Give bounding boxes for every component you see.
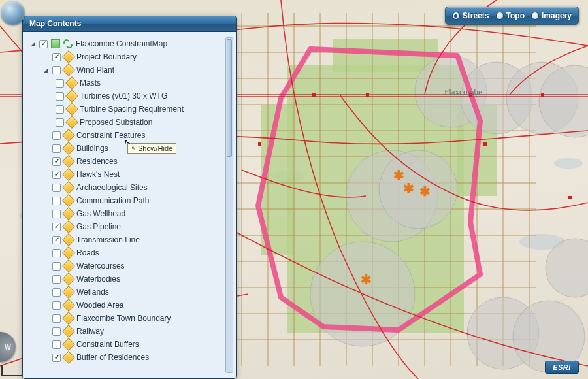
layer-row[interactable]: Turbines (v01) 30 x WTG (56, 90, 223, 103)
visibility-checkbox[interactable] (52, 144, 61, 153)
diamond-icon (62, 312, 75, 325)
map-contents-panel: Map Contents ◢Flaxcombe ConstraintMapPro… (22, 16, 237, 379)
visibility-checkbox[interactable] (52, 249, 61, 257)
layer-row[interactable]: Transmission Line (42, 233, 223, 246)
layer-label: Roads (76, 248, 99, 257)
layer-label: Railway (76, 327, 104, 336)
visibility-checkbox[interactable] (56, 118, 64, 127)
layer-row[interactable]: Wooded Area (42, 299, 223, 312)
layer-label: Watercourses (76, 261, 125, 271)
visibility-checkbox[interactable] (52, 354, 61, 362)
layer-row[interactable]: Archaeological Sites (42, 181, 223, 194)
radio-icon[interactable] (496, 12, 504, 20)
diamond-icon (62, 220, 75, 233)
svg-rect-51 (568, 196, 572, 199)
diamond-icon (62, 168, 75, 181)
collapse-icon[interactable]: ◢ (29, 41, 36, 47)
svg-text:✱: ✱ (361, 272, 372, 287)
layer-row[interactable]: ◢Flaxcombe ConstraintMap (29, 37, 223, 50)
layer-row[interactable]: Gas Pipeline (42, 220, 223, 233)
diamond-icon (62, 194, 75, 207)
diamond-icon (62, 207, 75, 220)
layer-row[interactable]: ◢Wind Plant (42, 63, 223, 76)
layer-label: Wind Plant (76, 65, 114, 74)
radio-icon[interactable] (531, 12, 539, 20)
layer-label: Project Boundary (76, 52, 137, 61)
diamond-icon (62, 142, 75, 155)
visibility-checkbox[interactable] (52, 197, 61, 205)
layer-label: Wooded Area (76, 301, 124, 310)
visibility-checkbox[interactable] (52, 340, 61, 349)
layer-row[interactable]: Constraint Buffers (42, 338, 223, 351)
basemap-option-imagery[interactable]: Imagery (531, 11, 572, 20)
visibility-checkbox[interactable] (52, 327, 61, 336)
basemap-label: Imagery (542, 11, 572, 20)
layer-row[interactable]: Wetlands (42, 286, 223, 299)
scrollbar[interactable]: ▲ (225, 37, 233, 373)
layer-row[interactable]: Watercourses (42, 259, 223, 272)
visibility-checkbox[interactable] (56, 92, 64, 101)
visibility-checkbox[interactable] (52, 171, 61, 179)
visibility-checkbox[interactable] (52, 262, 61, 271)
diamond-icon (65, 90, 78, 103)
visibility-checkbox[interactable] (39, 40, 48, 48)
radio-icon[interactable] (452, 12, 460, 20)
layer-row[interactable]: Hawk's Nest (42, 168, 223, 181)
diamond-icon (62, 286, 75, 299)
visibility-checkbox[interactable] (52, 275, 61, 284)
layer-row[interactable]: Project Boundary (42, 50, 223, 63)
basemap-switcher: StreetsTopoImagery (445, 7, 579, 25)
visibility-checkbox[interactable] (56, 105, 64, 114)
visibility-checkbox[interactable] (52, 288, 61, 297)
basemap-option-streets[interactable]: Streets (452, 11, 489, 20)
layer-label: Masts (80, 78, 101, 88)
visibility-checkbox[interactable] (52, 66, 61, 74)
visibility-checkbox[interactable] (52, 301, 61, 310)
collapse-icon[interactable]: ◢ (42, 67, 49, 73)
svg-rect-49 (258, 142, 261, 146)
layer-row[interactable]: Gas Wellhead (42, 207, 223, 220)
diamond-icon (62, 325, 75, 338)
diamond-icon (62, 299, 75, 312)
visibility-checkbox[interactable] (52, 157, 61, 166)
diamond-icon (62, 246, 75, 259)
diamond-icon (62, 338, 75, 351)
layer-row[interactable]: Buffer of Residences (42, 351, 223, 364)
visibility-checkbox[interactable] (56, 79, 64, 88)
globe-icon[interactable] (1, 1, 25, 25)
panel-title[interactable]: Map Contents (23, 16, 236, 32)
basemap-option-topo[interactable]: Topo (496, 11, 525, 20)
esri-logo: ESRI (545, 361, 579, 374)
show-hide-tooltip: ↖Show/Hide (127, 143, 176, 154)
layer-row[interactable]: Masts (56, 76, 223, 90)
svg-rect-46 (366, 93, 369, 97)
layer-row[interactable]: Flaxcombe Town Boundary (42, 312, 223, 325)
diamond-icon (62, 272, 75, 286)
visibility-checkbox[interactable] (52, 131, 61, 140)
diamond-icon (62, 63, 75, 76)
layer-row[interactable]: Railway (42, 325, 223, 338)
layer-label: Transmission Line (76, 235, 140, 244)
visibility-checkbox[interactable] (52, 53, 61, 61)
layer-row[interactable]: Turbine Spacing Requirement (56, 103, 223, 116)
layer-label: Buffer of Residences (76, 353, 149, 362)
layer-row[interactable]: Waterbodies (42, 272, 223, 286)
layer-label: Flaxcombe ConstraintMap (76, 39, 167, 48)
visibility-checkbox[interactable] (52, 210, 61, 218)
layer-row[interactable]: Residences (42, 155, 223, 168)
panel-body: ◢Flaxcombe ConstraintMapProject Boundary… (23, 32, 236, 378)
visibility-checkbox[interactable] (52, 236, 61, 244)
visibility-checkbox[interactable] (52, 184, 61, 192)
layer-row[interactable]: Constraint Features (42, 129, 223, 142)
visibility-checkbox[interactable] (52, 223, 61, 231)
layer-row[interactable]: Communication Path (42, 194, 223, 207)
scrollbar-thumb[interactable] (227, 39, 232, 157)
diamond-icon (62, 129, 75, 142)
layer-label: Constraint Features (76, 131, 145, 140)
visibility-checkbox[interactable] (52, 314, 61, 323)
layer-label: Flaxcombe Town Boundary (76, 314, 171, 323)
layer-row[interactable]: Proposed Substation (56, 116, 223, 129)
layer-label: Gas Pipeline (76, 222, 121, 231)
diamond-icon (62, 351, 75, 364)
layer-row[interactable]: Roads (42, 246, 223, 259)
